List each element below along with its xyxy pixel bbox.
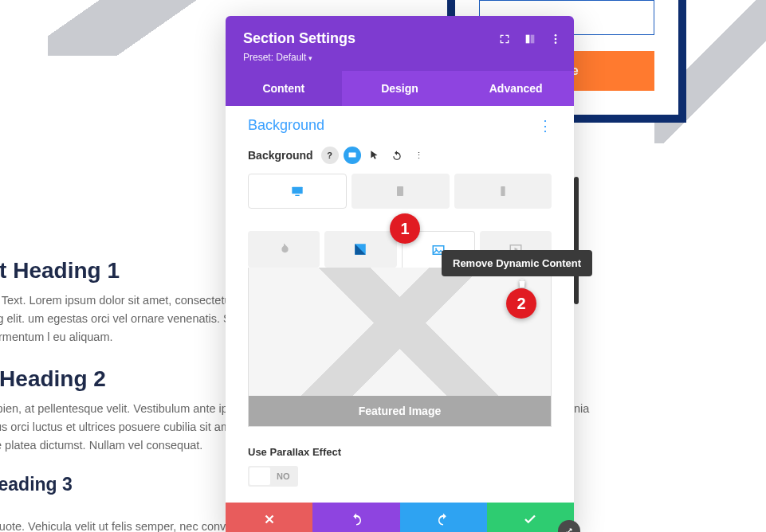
parallax-toggle[interactable]: NO — [248, 466, 298, 487]
tab-advanced[interactable]: Advanced — [458, 71, 574, 106]
scrollbar[interactable] — [574, 177, 579, 304]
undo-button[interactable] — [312, 503, 399, 532]
cancel-button[interactable] — [226, 503, 312, 532]
expand-icon[interactable] — [497, 32, 512, 46]
svg-point-3 — [555, 38, 557, 41]
options-kebab-icon[interactable]: ⋮ — [410, 147, 428, 164]
svg-rect-6 — [292, 187, 302, 194]
responsive-icon[interactable] — [344, 147, 361, 164]
svg-point-4 — [555, 41, 557, 44]
background-label: Background — [248, 149, 313, 162]
callout-1: 1 — [390, 213, 420, 244]
background-image-preview[interactable]: Featured Image — [248, 268, 552, 427]
toggle-knob — [249, 467, 270, 485]
bg-color-tab[interactable] — [248, 231, 320, 268]
svg-rect-1 — [531, 35, 535, 44]
settings-tabs: Content Design Advanced — [226, 71, 574, 106]
hover-icon[interactable] — [366, 147, 383, 164]
device-tablet[interactable] — [352, 174, 449, 209]
svg-rect-5 — [348, 153, 356, 158]
svg-rect-8 — [397, 186, 403, 196]
redo-button[interactable] — [400, 503, 487, 532]
background-section-label[interactable]: Background — [248, 117, 552, 134]
svg-rect-7 — [295, 195, 299, 196]
section-kebab-icon[interactable]: ⋮ — [538, 117, 552, 135]
parallax-label: Use Parallax Effect — [248, 446, 552, 458]
bg-gradient-tab[interactable] — [324, 231, 396, 268]
help-icon[interactable]: ? — [321, 147, 339, 164]
device-phone[interactable] — [454, 174, 552, 209]
kebab-menu-icon[interactable] — [548, 32, 563, 46]
snap-icon[interactable] — [523, 32, 537, 46]
featured-image-label: Featured Image — [249, 396, 551, 426]
svg-rect-9 — [501, 186, 505, 196]
preset-dropdown[interactable]: Preset: Default — [243, 52, 556, 63]
panel-header: Section Settings Preset: Default — [226, 16, 574, 71]
panel-footer — [226, 503, 574, 532]
callout-2: 2 — [506, 288, 536, 319]
tab-content[interactable]: Content — [226, 71, 342, 106]
reset-icon[interactable] — [388, 147, 406, 164]
background-option-row: Background ? ⋮ — [248, 147, 552, 164]
remove-dynamic-tooltip: Remove Dynamic Content — [442, 250, 592, 276]
svg-point-2 — [555, 34, 557, 37]
toggle-value: NO — [270, 471, 297, 481]
device-desktop[interactable] — [248, 174, 347, 209]
trailing-text: nia — [574, 402, 589, 415]
device-tabs — [248, 174, 552, 209]
tab-design[interactable]: Design — [342, 71, 458, 106]
svg-rect-0 — [526, 35, 530, 44]
